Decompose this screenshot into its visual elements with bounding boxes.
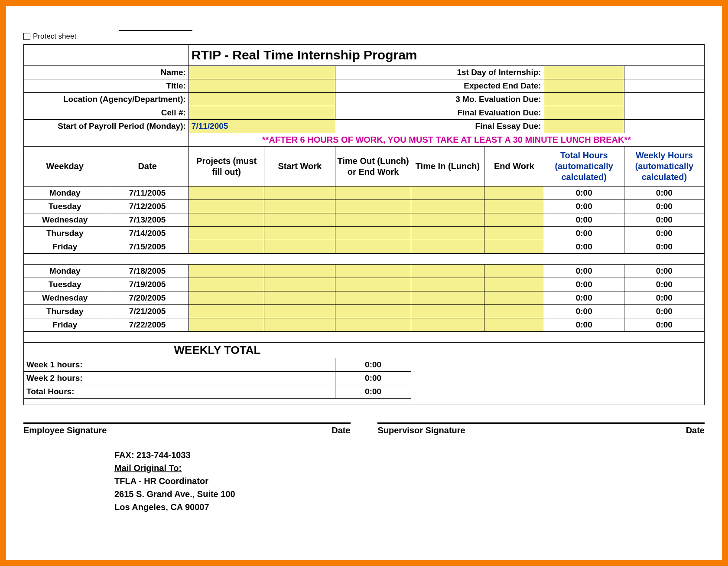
name-field[interactable] [188,66,335,79]
end-work-cell[interactable] [484,305,544,318]
timeout-cell[interactable] [335,186,411,200]
hdr-start: Start Work [264,147,335,186]
protect-sheet-checkbox[interactable] [23,33,30,40]
title-field[interactable] [188,79,335,93]
weekday-cell: Thursday [24,227,106,240]
start-work-cell[interactable] [264,305,335,318]
payroll-date[interactable]: 7/11/2005 [188,120,335,133]
mailing-info: FAX: 213-744-1033 Mail Original To: TFLA… [114,448,705,514]
title-row: RTIP - Real Time Internship Program [24,45,705,66]
timein-cell[interactable] [411,265,484,278]
total-hours-cell: 0:00 [544,200,624,213]
table-row: Monday7/18/20050:000:00 [24,265,705,278]
expected-end-label: Expected End Date: [335,79,544,93]
weekday-cell: Tuesday [24,200,106,213]
timein-cell[interactable] [411,305,484,318]
total-hours-cell: 0:00 [544,291,624,305]
weekly-hours-cell: 0:00 [624,200,704,213]
supervisor-signature-block: Supervisor Signature Date [377,422,705,435]
cell-field[interactable] [188,106,335,120]
start-work-cell[interactable] [264,265,335,278]
hdr-weekday: Weekday [24,147,106,186]
weekly-hours-cell: 0:00 [624,240,704,254]
end-work-cell[interactable] [484,213,544,227]
timeout-cell[interactable] [335,291,411,305]
timein-cell[interactable] [411,227,484,240]
first-day-label: 1st Day of Internship: [335,66,544,79]
weekday-cell: Monday [24,265,106,278]
end-work-cell[interactable] [484,278,544,291]
table-row: Thursday7/21/20050:000:00 [24,305,705,318]
timein-cell[interactable] [411,318,484,332]
weekly-hours-cell: 0:00 [624,318,704,332]
hdr-timeout: Time Out (Lunch) or End Work [335,147,411,186]
location-label: Location (Agency/Department): [24,93,189,106]
weekday-cell: Wednesday [24,213,106,227]
timein-cell[interactable] [411,278,484,291]
projects-cell[interactable] [188,240,264,254]
projects-cell[interactable] [188,227,264,240]
weekly-hours-cell: 0:00 [624,213,704,227]
projects-cell[interactable] [188,305,264,318]
location-field[interactable] [188,93,335,106]
projects-cell[interactable] [188,213,264,227]
timein-cell[interactable] [411,200,484,213]
eval3-field[interactable] [544,93,624,106]
timeout-cell[interactable] [335,240,411,254]
date-cell: 7/11/2005 [106,186,188,200]
cell-label: Cell #: [24,106,189,120]
title-label: Title: [24,79,189,93]
start-work-cell[interactable] [264,200,335,213]
week1-hours-value: 0:00 [335,358,411,372]
employee-signature-block: Employee Signature Date [23,422,351,435]
weekly-hours-cell: 0:00 [624,265,704,278]
end-work-cell[interactable] [484,200,544,213]
timeout-cell[interactable] [335,305,411,318]
end-work-cell[interactable] [484,291,544,305]
projects-cell[interactable] [188,186,264,200]
end-work-cell[interactable] [484,186,544,200]
start-work-cell[interactable] [264,318,335,332]
timeout-cell[interactable] [335,278,411,291]
start-work-cell[interactable] [264,186,335,200]
hdr-total: Total Hours (automatically calculated) [544,147,624,186]
timeout-cell[interactable] [335,265,411,278]
end-work-cell[interactable] [484,318,544,332]
timein-cell[interactable] [411,291,484,305]
projects-cell[interactable] [188,200,264,213]
end-work-cell[interactable] [484,240,544,254]
start-work-cell[interactable] [264,213,335,227]
projects-cell[interactable] [188,278,264,291]
timeout-cell[interactable] [335,200,411,213]
start-work-cell[interactable] [264,227,335,240]
projects-cell[interactable] [188,291,264,305]
table-row: Tuesday7/12/20050:000:00 [24,200,705,213]
weekday-cell: Friday [24,318,106,332]
final-eval-field[interactable] [544,106,624,120]
projects-cell[interactable] [188,318,264,332]
timesheet-table: RTIP - Real Time Internship Program Name… [23,44,705,405]
start-work-cell[interactable] [264,240,335,254]
first-day-field[interactable] [544,66,624,79]
timein-cell[interactable] [411,186,484,200]
projects-cell[interactable] [188,265,264,278]
weekday-cell: Monday [24,186,106,200]
total-hours-label: Total Hours: [24,385,335,399]
protect-sheet-label: Protect sheet [33,32,76,41]
timein-cell[interactable] [411,213,484,227]
expected-end-field[interactable] [544,79,624,93]
total-hours-cell: 0:00 [544,265,624,278]
timeout-cell[interactable] [335,213,411,227]
total-hours-cell: 0:00 [544,278,624,291]
mail-line-2: 2615 S. Grand Ave., Suite 100 [114,487,705,501]
supervisor-date-label: Date [686,425,705,435]
timeout-cell[interactable] [335,318,411,332]
final-essay-field[interactable] [544,120,624,133]
end-work-cell[interactable] [484,265,544,278]
start-work-cell[interactable] [264,278,335,291]
timeout-cell[interactable] [335,227,411,240]
date-cell: 7/15/2005 [106,240,188,254]
end-work-cell[interactable] [484,227,544,240]
start-work-cell[interactable] [264,291,335,305]
timein-cell[interactable] [411,240,484,254]
